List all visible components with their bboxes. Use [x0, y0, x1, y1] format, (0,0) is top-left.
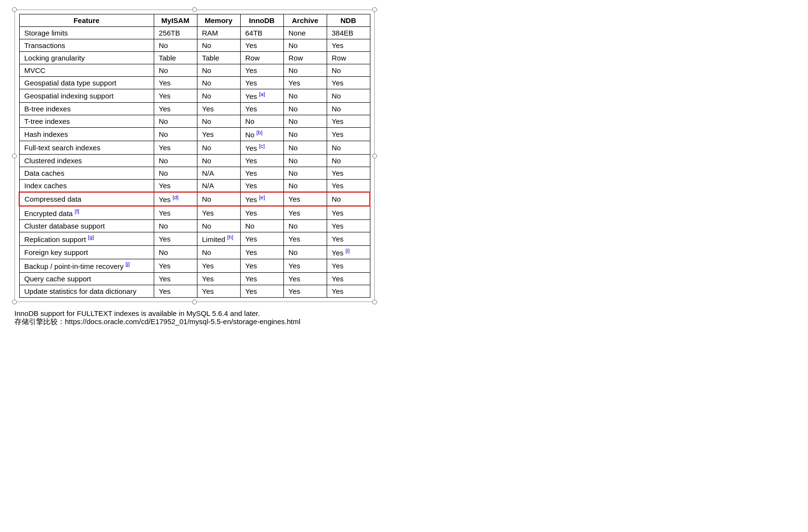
footnote-cn: 存储引擎比较：https://docs.oracle.com/cd/E17952…: [14, 317, 794, 326]
cell-myisam: No: [154, 115, 197, 128]
cell-memory: No: [197, 39, 240, 52]
cell-memory: No: [197, 64, 240, 77]
cell-archive: Yes: [283, 206, 327, 220]
handle-top-center[interactable]: [192, 7, 197, 12]
cell-myisam: Yes: [154, 232, 197, 246]
cell-memory: No: [197, 115, 240, 128]
cell-archive: No: [283, 64, 327, 77]
table-row: Encrypted data [f]YesYesYesYesYes: [19, 206, 370, 220]
cell-innodb: Yes [a]: [240, 89, 283, 103]
cell-feature: Clustered indexes: [19, 155, 154, 167]
table-row: TransactionsNoNoYesNoYes: [19, 39, 370, 52]
cell-innodb: Yes: [240, 167, 283, 180]
cell-myisam: Yes: [154, 206, 197, 220]
cell-innodb: 64TB: [240, 27, 283, 39]
cell-feature: Transactions: [19, 39, 154, 52]
cell-ndb: Yes: [327, 128, 370, 141]
cell-memory: No: [197, 77, 240, 89]
cell-myisam: Yes: [154, 89, 197, 103]
cell-ndb: Yes: [327, 220, 370, 232]
cell-archive: None: [283, 27, 327, 39]
cell-myisam: Yes: [154, 77, 197, 89]
handle-bottom-center[interactable]: [192, 300, 197, 304]
cell-myisam: Yes: [154, 285, 197, 298]
cell-ndb: Yes: [327, 259, 370, 273]
table-container: Feature MyISAM Memory InnoDB Archive NDB…: [14, 10, 375, 302]
cell-ndb: Yes: [327, 285, 370, 298]
table-row: Data cachesNoN/AYesNoYes: [19, 167, 370, 180]
cell-archive: Yes: [283, 285, 327, 298]
cell-ndb: No: [327, 103, 370, 115]
cell-myisam: Yes: [154, 180, 197, 193]
cell-feature: Full-text search indexes: [19, 141, 154, 155]
cell-memory: No: [197, 155, 240, 167]
col-innodb: InnoDB: [240, 14, 283, 27]
cell-innodb: Yes [c]: [240, 141, 283, 155]
cell-archive: No: [283, 167, 327, 180]
cell-innodb: Yes: [240, 180, 283, 193]
cell-ndb: No: [327, 155, 370, 167]
handle-bottom-right[interactable]: [372, 300, 377, 304]
cell-ndb: Yes [i]: [327, 246, 370, 259]
cell-innodb: No [b]: [240, 128, 283, 141]
cell-memory: No: [197, 89, 240, 103]
cell-ndb: Yes: [327, 273, 370, 285]
cell-innodb: Yes: [240, 64, 283, 77]
table-row: Index cachesYesN/AYesNoYes: [19, 180, 370, 193]
table-row: B-tree indexesYesYesYesNoNo: [19, 103, 370, 115]
cell-memory: No: [197, 141, 240, 155]
table-row: T-tree indexesNoNoNoNoYes: [19, 115, 370, 128]
cell-memory: Table: [197, 52, 240, 64]
cell-ndb: No: [327, 192, 370, 206]
cell-myisam: Yes [d]: [154, 192, 197, 206]
cell-archive: Yes: [283, 232, 327, 246]
cell-memory: N/A: [197, 180, 240, 193]
cell-myisam: Yes: [154, 103, 197, 115]
handle-right-center[interactable]: [372, 154, 377, 158]
cell-innodb: Yes: [240, 155, 283, 167]
cell-feature: Query cache support: [19, 273, 154, 285]
cell-innodb: Yes: [240, 232, 283, 246]
cell-ndb: 384EB: [327, 27, 370, 39]
col-memory: Memory: [197, 14, 240, 27]
cell-myisam: 256TB: [154, 27, 197, 39]
cell-innodb: Row: [240, 52, 283, 64]
cell-feature: Data caches: [19, 167, 154, 180]
cell-archive: No: [283, 141, 327, 155]
cell-innodb: Yes: [240, 77, 283, 89]
cell-memory: Yes: [197, 206, 240, 220]
cell-feature: Storage limits: [19, 27, 154, 39]
handle-top-right[interactable]: [372, 7, 377, 12]
cell-memory: No: [197, 220, 240, 232]
cell-innodb: Yes: [240, 246, 283, 259]
cell-feature: Encrypted data [f]: [19, 206, 154, 220]
cell-innodb: Yes [e]: [240, 192, 283, 206]
cell-archive: No: [283, 246, 327, 259]
cell-archive: No: [283, 155, 327, 167]
table-row: MVCCNoNoYesNoNo: [19, 64, 370, 77]
col-archive: Archive: [283, 14, 327, 27]
cell-memory: No: [197, 192, 240, 206]
table-row: Compressed dataYes [d]NoYes [e]YesNo: [19, 192, 370, 206]
cell-archive: Yes: [283, 192, 327, 206]
table-row: Geospatial indexing supportYesNoYes [a]N…: [19, 89, 370, 103]
table-row: Foreign key supportNoNoYesNoYes [i]: [19, 246, 370, 259]
cell-myisam: Table: [154, 52, 197, 64]
cell-innodb: No: [240, 220, 283, 232]
handle-top-left[interactable]: [12, 7, 17, 12]
cell-innodb: Yes: [240, 285, 283, 298]
cell-archive: No: [283, 180, 327, 193]
cell-memory: Yes: [197, 128, 240, 141]
cell-innodb: Yes: [240, 39, 283, 52]
handle-left-center[interactable]: [12, 154, 17, 158]
cell-memory: RAM: [197, 27, 240, 39]
cell-feature: Foreign key support: [19, 246, 154, 259]
table-row: Cluster database supportNoNoNoNoYes: [19, 220, 370, 232]
cell-archive: No: [283, 103, 327, 115]
cell-feature: Locking granularity: [19, 52, 154, 64]
cell-ndb: Yes: [327, 39, 370, 52]
cell-innodb: Yes: [240, 273, 283, 285]
cell-feature: Compressed data: [19, 192, 154, 206]
handle-bottom-left[interactable]: [12, 300, 17, 304]
cell-feature: Replication support [g]: [19, 232, 154, 246]
